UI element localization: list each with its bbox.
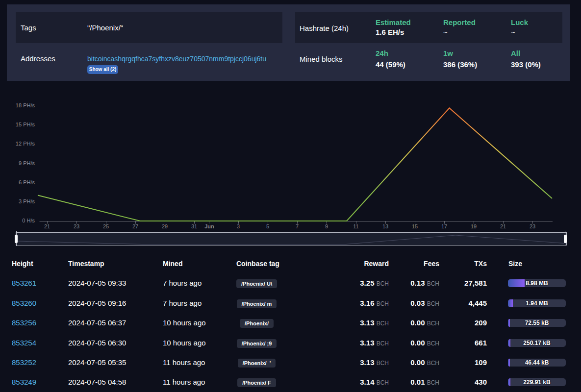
svg-text:9: 9	[325, 223, 328, 229]
svg-text:27: 27	[132, 223, 138, 229]
svg-text:13: 13	[382, 223, 388, 229]
svg-text:15 PH/s: 15 PH/s	[16, 122, 35, 127]
svg-text:3: 3	[237, 223, 240, 229]
svg-text:21: 21	[44, 223, 50, 229]
svg-text:12 PH/s: 12 PH/s	[16, 141, 35, 147]
svg-text:29: 29	[162, 223, 168, 229]
svg-text:23: 23	[74, 223, 79, 229]
svg-text:7: 7	[296, 223, 299, 229]
svg-text:23: 23	[530, 223, 535, 229]
svg-text:18 PH/s: 18 PH/s	[16, 102, 35, 108]
svg-text:Jun: Jun	[204, 223, 214, 229]
svg-text:3 PH/s: 3 PH/s	[19, 198, 35, 204]
svg-text:25: 25	[103, 223, 109, 229]
svg-text:17: 17	[441, 223, 447, 229]
svg-text:6 PH/s: 6 PH/s	[19, 179, 35, 185]
svg-text:19: 19	[471, 223, 477, 229]
svg-text:9 PH/s: 9 PH/s	[19, 160, 35, 166]
svg-text:15: 15	[412, 223, 418, 229]
svg-text:5: 5	[266, 223, 269, 229]
svg-text:21: 21	[500, 223, 506, 229]
svg-text:0 H/s: 0 H/s	[22, 218, 35, 223]
svg-text:31: 31	[191, 223, 197, 229]
svg-text:11: 11	[353, 223, 358, 229]
